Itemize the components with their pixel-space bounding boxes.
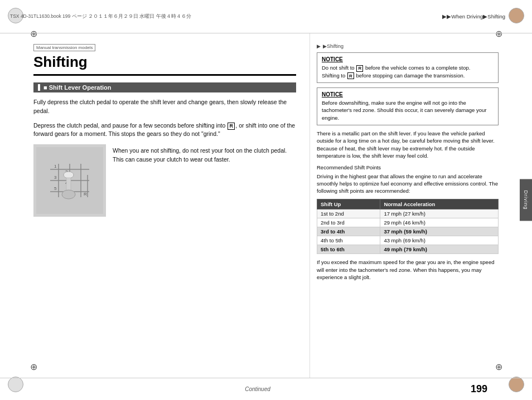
main-content: Manual transmission models Shifting ■ Sh… [0, 33, 532, 378]
right-section-text: ▶Shifting [323, 43, 344, 49]
footer-continued: Continued [245, 386, 270, 392]
notice-box-1: NOTICE Do not shift to R before the vehi… [317, 52, 499, 83]
table-cell-shift: 5th to 6th [317, 245, 380, 254]
table-cell-speed: 17 mph (27 km/h) [380, 209, 499, 218]
header-breadcrumb: ▶▶When Driving▶Shifting [442, 13, 505, 19]
header-file-info: TSX 4D-31TL1630.book 199 ページ ２０１１年６月２９日 … [10, 13, 191, 20]
image-text: When you are not shifting, do not rest y… [113, 144, 296, 217]
table-row: 4th to 5th43 mph (69 km/h) [317, 236, 499, 245]
shift-points-intro: Driving in the highest gear that allows … [317, 173, 499, 195]
r-badge-notice1b: R [347, 72, 354, 79]
svg-text:3: 3 [54, 175, 57, 180]
table-row: 3rd to 4th37 mph (59 km/h) [317, 227, 499, 236]
shift-table: Shift Up Normal Acceleration 1st to 2nd1… [317, 199, 499, 254]
table-row: 5th to 6th49 mph (79 km/h) [317, 245, 499, 254]
table-header-row: Shift Up Normal Acceleration [317, 199, 499, 209]
table-cell-shift: 1st to 2nd [317, 209, 380, 218]
info-text: There is a metallic part on the shift le… [317, 130, 499, 159]
table-col-accel: Normal Acceleration [380, 199, 499, 209]
footer: Continued 199 [0, 378, 532, 400]
section-header-label: ■ Shift Lever Operation [43, 84, 112, 91]
notice-text-2: Before downshifting, make sure the engin… [322, 99, 494, 121]
right-section-label: ▶ ▶Shifting [317, 43, 499, 49]
svg-point-17 [62, 190, 75, 199]
r-badge-inline: R [228, 123, 235, 130]
shift-points-title: Recommended Shift Points [317, 164, 499, 171]
right-panel: ▶ ▶Shifting NOTICE Do not shift to R bef… [309, 33, 532, 378]
table-col-shift: Shift Up [317, 199, 380, 209]
svg-text:1: 1 [54, 164, 57, 169]
table-cell-speed: 43 mph (69 km/h) [380, 236, 499, 245]
left-panel: Manual transmission models Shifting ■ Sh… [0, 33, 309, 378]
table-cell-speed: 37 mph (59 km/h) [380, 227, 499, 236]
table-cell-speed: 29 mph (46 km/h) [380, 218, 499, 227]
driving-side-tab: Driving [520, 179, 532, 221]
table-row: 1st to 2nd17 mph (27 km/h) [317, 209, 499, 218]
table-cell-shift: 2nd to 3rd [317, 218, 380, 227]
content-with-image: 1 3 5 2 4 6 R When you are not shifting,… [33, 144, 296, 217]
page-title: Shifting [33, 53, 296, 76]
section-header-bar [38, 84, 40, 91]
svg-text:R: R [84, 192, 87, 197]
header: TSX 4D-31TL1630.book 199 ページ ２０１１年６月２９日 … [0, 0, 532, 33]
table-cell-shift: 3rd to 4th [317, 227, 380, 236]
table-cell-shift: 4th to 5th [317, 236, 380, 245]
svg-text:5: 5 [54, 186, 57, 191]
gear-shift-svg: 1 3 5 2 4 6 R [36, 147, 103, 214]
footer-page: 199 [471, 383, 487, 395]
notice-box-2: NOTICE Before downshifting, make sure th… [317, 87, 499, 125]
body-text-para2: Depress the clutch pedal, and pause for … [33, 121, 296, 139]
shift-points-title-text: Recommended Shift Points [317, 164, 381, 170]
notice-title-2: NOTICE [322, 91, 494, 97]
section-header-shift-lever: ■ Shift Lever Operation [33, 82, 296, 92]
table-row: 2nd to 3rd29 mph (46 km/h) [317, 218, 499, 227]
r-badge-notice1a: R [356, 65, 363, 72]
gear-shift-image: 1 3 5 2 4 6 R [33, 144, 106, 217]
post-table-text: If you exceed the maximum speed for the … [317, 258, 499, 281]
right-section-arrow: ▶ [317, 43, 321, 49]
notice-title-1: NOTICE [322, 56, 494, 62]
body-text-para1: Fully depress the clutch pedal to operat… [33, 98, 296, 116]
notice-text-1: Do not shift to R before the vehicle com… [322, 64, 494, 79]
table-cell-speed: 49 mph (79 km/h) [380, 245, 499, 254]
model-tag: Manual transmission models [33, 44, 95, 51]
svg-point-15 [64, 172, 74, 178]
